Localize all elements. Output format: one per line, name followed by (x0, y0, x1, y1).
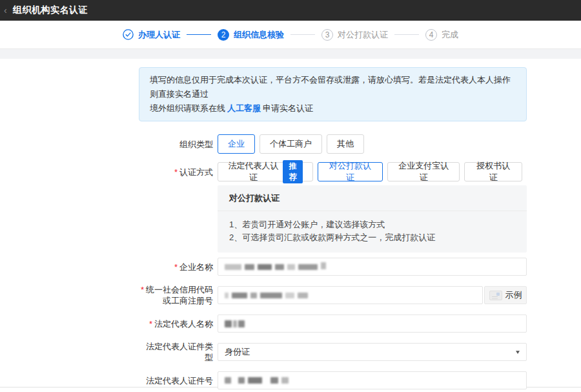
company-name-row: *企业名称 (139, 258, 527, 276)
step-number: 3 (321, 29, 333, 41)
method-description-panel: 对公打款认证 1、若贵司开通对公账户，建议选择该方式 2、可选择贵司汇款或收款两… (218, 185, 527, 253)
page-title: 组织机构实名认证 (13, 5, 88, 16)
credit-code-label: *统一社会信用代码或工商注册号 (139, 284, 213, 306)
id-type-value: 身份证 (225, 346, 250, 358)
notice-line2: 境外组织请联系在线人工客服申请实名认证 (150, 101, 516, 116)
org-type-row: 组织类型 企业 个体工商户 其他 (139, 134, 527, 154)
step-number: 4 (425, 29, 437, 41)
required-mark: * (174, 167, 178, 177)
redacted-value (225, 293, 311, 298)
check-circle-icon (123, 29, 134, 40)
redacted-value (225, 320, 248, 327)
step-label: 对公打款认证 (338, 29, 388, 41)
step-label: 组织信息核验 (234, 29, 284, 41)
auth-option-alipay[interactable]: 企业支付宝认证 (387, 162, 460, 181)
auth-option-corporate-payment[interactable]: 对公打款认证 (318, 162, 383, 181)
auth-option-legal-rep[interactable]: 法定代表人认证推荐 (218, 162, 313, 181)
chevron-down-icon: ▾ (516, 348, 520, 355)
step-number: 2 (218, 29, 229, 41)
auth-option-authorization-letter[interactable]: 授权书认证 (464, 162, 522, 181)
legal-name-label: *法定代表人名称 (139, 318, 213, 329)
id-type-row: 法定代表人证件类型 身份证 ▾ (139, 341, 527, 363)
auth-method-label: *认证方式 (139, 167, 213, 178)
company-name-label: *企业名称 (139, 262, 213, 273)
id-type-label: 法定代表人证件类型 (139, 341, 213, 363)
required-mark: * (174, 262, 178, 272)
credit-code-row: *统一社会信用代码或工商注册号 示例 (139, 284, 527, 306)
step-payment-auth: 3 对公打款认证 (321, 29, 388, 41)
step-applicant-auth: 办理人认证 (123, 29, 180, 41)
step-org-info: 2 组织信息核验 (218, 29, 284, 41)
back-icon[interactable]: ‹ (4, 6, 12, 15)
legal-name-input[interactable] (218, 315, 527, 333)
step-done: 4 完成 (425, 29, 458, 41)
company-name-input[interactable] (218, 258, 527, 276)
org-type-option-other[interactable]: 其他 (327, 134, 364, 154)
panel-title: 对公打款认证 (218, 185, 527, 211)
app-header: ‹ 组织机构实名认证 (0, 0, 581, 21)
recommended-badge: 推荐 (283, 160, 303, 183)
redacted-value (225, 377, 292, 384)
redacted-value (225, 264, 329, 270)
example-button[interactable]: 示例 (484, 286, 527, 304)
step-label: 完成 (442, 29, 458, 41)
required-mark: * (149, 319, 152, 329)
main-content: 填写的信息仅用于完成本次认证，平台方不会留存或泄露，请放心填写。若是法定代表人本… (0, 59, 581, 387)
panel-line1: 1、若贵司开通对公账户，建议选择该方式 (229, 218, 515, 231)
license-example-icon (489, 291, 502, 300)
customer-service-link[interactable]: 人工客服 (227, 103, 261, 113)
credit-code-input[interactable] (218, 286, 483, 304)
step-label: 办理人认证 (138, 29, 180, 41)
org-type-option-enterprise[interactable]: 企业 (218, 134, 255, 154)
step-connector (187, 34, 211, 35)
step-connector (290, 34, 315, 35)
id-type-select[interactable]: 身份证 ▾ (218, 343, 527, 361)
id-number-label: 法定代表人证件号 (139, 375, 213, 386)
required-mark: * (141, 285, 144, 294)
panel-line2: 2、可选择贵司汇款或收款两种方式之一，完成打款认证 (229, 231, 515, 244)
example-label: 示例 (505, 289, 522, 301)
org-type-option-individual[interactable]: 个体工商户 (260, 134, 322, 154)
step-connector (394, 34, 419, 35)
legal-name-row: *法定代表人名称 (139, 315, 527, 333)
divider-band (0, 48, 581, 59)
org-type-label: 组织类型 (139, 139, 213, 150)
notice-line1: 填写的信息仅用于完成本次认证，平台方不会留存或泄露，请放心填写。若是法定代表人本… (150, 73, 516, 101)
steps-bar: 办理人认证 2 组织信息核验 3 对公打款认证 4 完成 (0, 21, 581, 48)
id-number-input[interactable] (218, 371, 527, 389)
auth-method-row: *认证方式 法定代表人认证推荐 对公打款认证 企业支付宝认证 授权书认证 (139, 162, 527, 181)
notice-banner: 填写的信息仅用于完成本次认证，平台方不会留存或泄露，请放心填写。若是法定代表人本… (139, 67, 527, 121)
